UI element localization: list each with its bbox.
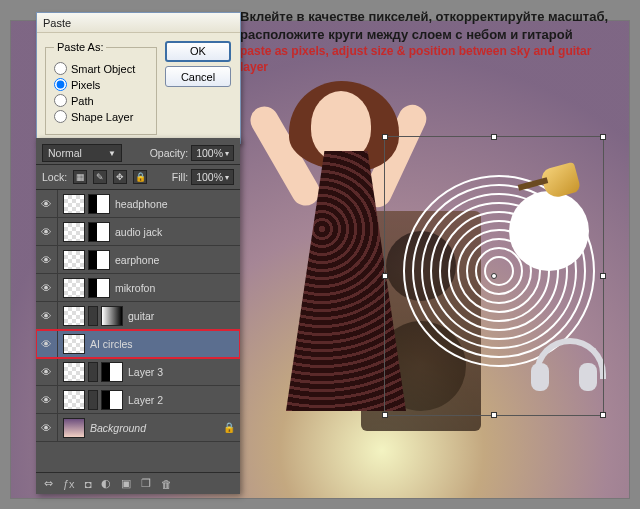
radio-shape-layer[interactable] <box>54 110 67 123</box>
lock-all-icon[interactable]: 🔒 <box>133 170 147 184</box>
fx-icon[interactable]: ƒx <box>63 478 75 490</box>
layer-thumb[interactable] <box>88 250 110 270</box>
transform-handle[interactable] <box>382 412 388 418</box>
layer-list: 👁headphone👁audio jack👁earphone👁mikrofon👁… <box>36 190 240 472</box>
lock-brush-icon[interactable]: ✎ <box>93 170 107 184</box>
opacity-value: 100% <box>196 147 223 159</box>
group-icon[interactable]: ▣ <box>121 477 131 490</box>
dialog-titlebar[interactable]: Paste <box>37 13 240 33</box>
transform-handle[interactable] <box>600 273 606 279</box>
caption-ru: Вклейте в качестве пикселей, откорректир… <box>240 8 620 43</box>
transform-handle[interactable] <box>491 412 497 418</box>
layer-row[interactable]: 👁audio jack <box>36 218 240 246</box>
layer-name[interactable]: AI circles <box>90 338 222 350</box>
paste-as-group: Paste As: Smart Object Pixels Path Shape… <box>45 41 157 135</box>
layer-thumb[interactable] <box>101 306 123 326</box>
layer-row[interactable]: 👁earphone <box>36 246 240 274</box>
visibility-eye-icon[interactable]: 👁 <box>36 330 58 357</box>
cancel-button[interactable]: Cancel <box>165 66 231 87</box>
layer-name[interactable]: earphone <box>115 254 222 266</box>
trash-icon[interactable]: 🗑 <box>161 478 172 490</box>
layer-name[interactable]: guitar <box>128 310 222 322</box>
adjustment-icon[interactable]: ◐ <box>101 477 111 490</box>
chevron-down-icon: ▾ <box>225 149 229 158</box>
lock-transparency-icon[interactable]: ▦ <box>73 170 87 184</box>
layer-name[interactable]: mikrofon <box>115 282 222 294</box>
layer-name[interactable]: Layer 2 <box>128 394 222 406</box>
layer-row[interactable]: 👁Background🔒 <box>36 414 240 442</box>
lock-move-icon[interactable]: ✥ <box>113 170 127 184</box>
link-indicator <box>88 306 98 326</box>
fill-label: Fill: <box>172 171 188 183</box>
layer-thumb[interactable] <box>63 362 85 382</box>
visibility-eye-icon[interactable]: 👁 <box>36 218 58 245</box>
chevron-down-icon: ▾ <box>225 173 229 182</box>
option-label: Path <box>71 95 94 107</box>
radio-path[interactable] <box>54 94 67 107</box>
transform-center[interactable] <box>491 273 497 279</box>
ok-button[interactable]: OK <box>165 41 231 62</box>
blend-mode-select[interactable]: Normal ▼ <box>42 144 122 162</box>
visibility-eye-icon[interactable]: 👁 <box>36 190 58 217</box>
transform-handle[interactable] <box>382 134 388 140</box>
transform-bounding-box[interactable] <box>384 136 604 416</box>
layer-thumb[interactable] <box>88 194 110 214</box>
layer-thumb[interactable] <box>63 194 85 214</box>
paste-dialog: Paste Paste As: Smart Object Pixels Path… <box>36 12 241 144</box>
option-smart-object[interactable]: Smart Object <box>54 62 148 75</box>
chevron-down-icon: ▼ <box>108 149 116 158</box>
mask-icon[interactable]: ◘ <box>85 478 92 490</box>
layer-name[interactable]: headphone <box>115 198 222 210</box>
layer-thumb[interactable] <box>88 222 110 242</box>
transform-handle[interactable] <box>600 412 606 418</box>
layers-footer: ⇔ ƒx ◘ ◐ ▣ ❐ 🗑 <box>36 472 240 494</box>
paste-as-legend: Paste As: <box>54 41 106 53</box>
layer-row[interactable]: 👁Layer 2 <box>36 386 240 414</box>
layer-thumb[interactable] <box>63 334 85 354</box>
layer-thumb[interactable] <box>88 278 110 298</box>
visibility-eye-icon[interactable]: 👁 <box>36 386 58 413</box>
transform-handle[interactable] <box>491 134 497 140</box>
visibility-eye-icon[interactable]: 👁 <box>36 274 58 301</box>
opacity-label: Opacity: <box>150 147 189 159</box>
layer-thumb[interactable] <box>63 390 85 410</box>
layer-thumb[interactable] <box>101 390 123 410</box>
transform-handle[interactable] <box>600 134 606 140</box>
option-path[interactable]: Path <box>54 94 148 107</box>
layer-name[interactable]: audio jack <box>115 226 222 238</box>
layer-thumb[interactable] <box>63 278 85 298</box>
layer-thumb[interactable] <box>101 362 123 382</box>
visibility-eye-icon[interactable]: 👁 <box>36 302 58 329</box>
link-indicator <box>88 390 98 410</box>
layer-thumb[interactable] <box>63 306 85 326</box>
layer-row[interactable]: 👁guitar <box>36 302 240 330</box>
new-layer-icon[interactable]: ❐ <box>141 477 151 490</box>
layer-row[interactable]: 👁Layer 3 <box>36 358 240 386</box>
lock-label: Lock: <box>42 171 67 183</box>
opacity-field[interactable]: 100% ▾ <box>191 145 234 161</box>
layer-row[interactable]: 👁AI circles <box>36 330 240 358</box>
option-shape-layer[interactable]: Shape Layer <box>54 110 148 123</box>
visibility-eye-icon[interactable]: 👁 <box>36 358 58 385</box>
visibility-eye-icon[interactable]: 👁 <box>36 414 58 441</box>
dialog-title: Paste <box>43 17 71 29</box>
visibility-eye-icon[interactable]: 👁 <box>36 246 58 273</box>
layer-row[interactable]: 👁headphone <box>36 190 240 218</box>
option-label: Pixels <box>71 79 100 91</box>
layer-name[interactable]: Background <box>90 422 222 434</box>
radio-pixels[interactable] <box>54 78 67 91</box>
layer-name[interactable]: Layer 3 <box>128 366 222 378</box>
fill-value: 100% <box>196 171 223 183</box>
transform-handle[interactable] <box>382 273 388 279</box>
instruction-caption: Вклейте в качестве пикселей, откорректир… <box>240 8 620 75</box>
layer-thumb[interactable] <box>63 418 85 438</box>
radio-smart-object[interactable] <box>54 62 67 75</box>
layer-thumb[interactable] <box>63 222 85 242</box>
link-layers-icon[interactable]: ⇔ <box>44 477 53 490</box>
layer-row[interactable]: 👁mikrofon <box>36 274 240 302</box>
layer-thumb[interactable] <box>63 250 85 270</box>
option-pixels[interactable]: Pixels <box>54 78 148 91</box>
link-indicator <box>88 362 98 382</box>
fill-field[interactable]: 100% ▾ <box>191 169 234 185</box>
layers-panel: Normal ▼ Opacity: 100% ▾ Lock: ▦ ✎ ✥ 🔒 F… <box>36 138 240 494</box>
